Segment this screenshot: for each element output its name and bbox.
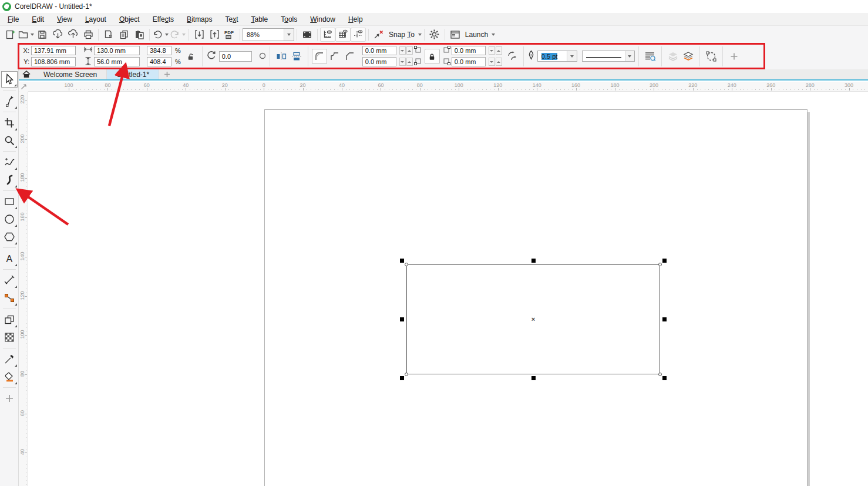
launcher-button[interactable] bbox=[448, 28, 463, 42]
pick-tool[interactable] bbox=[1, 71, 18, 88]
polygon-tool[interactable] bbox=[1, 229, 18, 245]
rectangle-corner-node[interactable] bbox=[405, 263, 408, 266]
menu-view[interactable]: View bbox=[51, 14, 79, 25]
open-from-cloud-button[interactable] bbox=[50, 28, 65, 42]
relative-corner-scaling-button[interactable] bbox=[504, 49, 520, 64]
rectangle-corner-node[interactable] bbox=[405, 373, 408, 376]
customize-toolbox-button[interactable] bbox=[1, 390, 18, 407]
transparency-tool[interactable] bbox=[1, 329, 18, 346]
mirror-vertical-button[interactable] bbox=[289, 49, 304, 64]
selection-handle[interactable] bbox=[531, 376, 536, 380]
corner-radius-bottomleft-field[interactable]: 0.0 mm bbox=[362, 57, 396, 66]
cut-button[interactable] bbox=[101, 28, 116, 42]
new-tab-button[interactable] bbox=[159, 69, 174, 79]
selection-handle[interactable] bbox=[662, 259, 667, 263]
menu-table[interactable]: Table bbox=[245, 14, 275, 25]
rectangle-corner-node[interactable] bbox=[658, 373, 662, 376]
selection-handle[interactable] bbox=[531, 259, 536, 263]
wrap-text-button[interactable] bbox=[642, 49, 658, 64]
undo-button[interactable] bbox=[152, 28, 169, 42]
paste-button[interactable] bbox=[132, 28, 147, 42]
launch-button[interactable]: Launch bbox=[463, 31, 495, 39]
scale-vertical-field[interactable]: 408.4 bbox=[147, 57, 171, 66]
menu-file[interactable]: File bbox=[1, 14, 25, 25]
tab-welcome-screen[interactable]: Welcome Screen bbox=[34, 69, 107, 79]
tab-untitled-1[interactable]: Untitled-1* bbox=[107, 69, 159, 79]
drop-shadow-tool[interactable] bbox=[1, 311, 18, 328]
import-button[interactable] bbox=[191, 28, 207, 42]
copy-button[interactable] bbox=[116, 28, 132, 42]
color-eyedropper-tool[interactable] bbox=[1, 351, 18, 367]
text-tool[interactable]: A bbox=[1, 250, 18, 267]
connector-tool[interactable] bbox=[1, 290, 18, 306]
mirror-horizontal-button[interactable] bbox=[274, 49, 289, 64]
outline-style-dropdown[interactable] bbox=[625, 51, 634, 61]
ruler-origin-icon[interactable] bbox=[19, 82, 28, 92]
rectangle-tool[interactable] bbox=[1, 193, 18, 210]
corner-radius-bottomright-field[interactable]: 0.0 mm bbox=[452, 57, 486, 66]
menu-window[interactable]: Window bbox=[304, 14, 342, 25]
show-grid-button[interactable] bbox=[335, 28, 351, 42]
menu-object[interactable]: Object bbox=[113, 14, 146, 25]
horizontal-ruler[interactable]: 1008060402002040608010012014016018020022… bbox=[19, 82, 868, 92]
drawing-canvas[interactable]: × bbox=[28, 92, 868, 486]
artistic-media-tool[interactable] bbox=[1, 172, 18, 188]
selection-handle[interactable] bbox=[400, 376, 404, 380]
corner-radius-topleft-spinner[interactable] bbox=[399, 46, 413, 55]
snap-to-button[interactable]: Snap To bbox=[386, 31, 422, 39]
options-gear-button[interactable] bbox=[427, 28, 442, 42]
save-button[interactable] bbox=[35, 28, 50, 42]
corner-radius-topright-field[interactable]: 0.0 mm bbox=[452, 46, 486, 55]
freehand-tool[interactable] bbox=[1, 154, 18, 170]
home-button[interactable] bbox=[19, 69, 34, 79]
rectangle-corner-node[interactable] bbox=[658, 263, 662, 266]
menu-tools[interactable]: Tools bbox=[274, 14, 304, 25]
zoom-level-combo[interactable]: 88% bbox=[243, 28, 294, 41]
customize-propbar-button[interactable] bbox=[726, 49, 742, 64]
publish-pdf-button[interactable]: PDF bbox=[222, 28, 237, 42]
to-back-of-layer-button[interactable] bbox=[665, 49, 681, 64]
open-folder-button[interactable] bbox=[18, 28, 35, 42]
zoom-tool[interactable] bbox=[1, 132, 18, 149]
shape-tool[interactable] bbox=[1, 93, 18, 109]
dimension-tool[interactable] bbox=[1, 272, 18, 289]
show-guidelines-button[interactable] bbox=[351, 28, 366, 42]
zoom-level-dropdown[interactable] bbox=[284, 29, 294, 41]
corner-radius-topleft-field[interactable]: 0.0 mm bbox=[362, 46, 396, 55]
outline-width-combo[interactable]: 0.5 pt bbox=[537, 51, 577, 62]
menu-help[interactable]: Help bbox=[342, 14, 369, 25]
to-front-of-layer-button[interactable] bbox=[681, 49, 696, 64]
corner-radius-bottomright-spinner[interactable] bbox=[489, 58, 502, 66]
selection-handle[interactable] bbox=[662, 317, 667, 321]
scale-horizontal-field[interactable]: 384.8 bbox=[147, 46, 171, 55]
rotation-angle-field[interactable]: 0.0 bbox=[219, 51, 252, 62]
menu-edit[interactable]: Edit bbox=[25, 14, 51, 25]
vertical-ruler[interactable]: 220200180160140120100806040 bbox=[19, 92, 28, 486]
full-screen-preview-button[interactable] bbox=[300, 28, 315, 42]
selection-handle[interactable] bbox=[400, 259, 404, 263]
menu-effects[interactable]: Effects bbox=[146, 14, 180, 25]
convert-to-curves-button[interactable] bbox=[704, 49, 719, 64]
corner-radius-bottomleft-spinner[interactable] bbox=[399, 58, 413, 66]
snap-off-button[interactable] bbox=[371, 28, 386, 42]
print-button[interactable] bbox=[80, 28, 96, 42]
selection-handle[interactable] bbox=[662, 376, 667, 380]
selection-center-marker[interactable]: × bbox=[531, 316, 535, 323]
edit-corners-together-button[interactable] bbox=[425, 49, 440, 64]
outline-width-dropdown[interactable] bbox=[567, 51, 577, 61]
ellipse-tool[interactable] bbox=[1, 211, 18, 227]
new-document-button[interactable] bbox=[2, 28, 18, 42]
menu-layout[interactable]: Layout bbox=[79, 14, 113, 25]
y-position-field[interactable]: 108.806 mm bbox=[31, 57, 76, 66]
object-width-field[interactable]: 130.0 mm bbox=[94, 46, 140, 55]
scalloped-corner-button[interactable] bbox=[327, 49, 342, 64]
object-height-field[interactable]: 56.0 mm bbox=[94, 57, 140, 66]
interactive-fill-tool[interactable] bbox=[1, 368, 18, 385]
x-position-field[interactable]: 137.91 mm bbox=[31, 46, 76, 55]
save-to-cloud-button[interactable] bbox=[65, 28, 80, 42]
menu-text[interactable]: Text bbox=[218, 14, 244, 25]
lock-ratio-button[interactable] bbox=[183, 49, 199, 64]
crop-tool[interactable] bbox=[1, 115, 18, 131]
corner-radius-topright-spinner[interactable] bbox=[489, 46, 502, 55]
chamfered-corner-button[interactable] bbox=[342, 49, 358, 64]
